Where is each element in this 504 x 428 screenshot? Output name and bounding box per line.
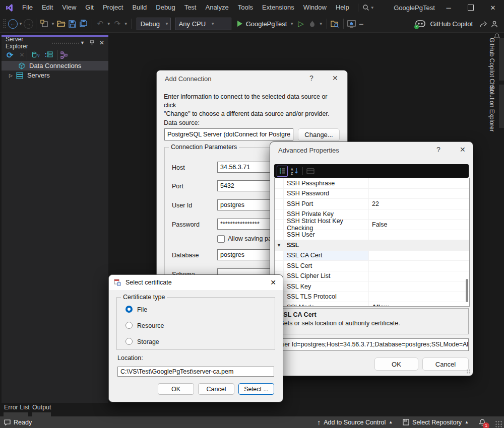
tab-output[interactable]: Output xyxy=(32,404,51,411)
property-row[interactable]: SSH User xyxy=(275,230,469,241)
menu-analyze[interactable]: Analyze xyxy=(201,0,233,15)
property-row[interactable]: SSH Port22 xyxy=(275,199,469,209)
menu-build[interactable]: Build xyxy=(128,0,151,15)
ok-button[interactable]: OK xyxy=(374,358,418,371)
radio-resource-label[interactable]: Resource xyxy=(137,322,164,329)
ok-button[interactable]: OK xyxy=(158,383,194,395)
search-dropdown-caret[interactable]: ▼ xyxy=(369,6,375,10)
start-debug-icon[interactable] xyxy=(237,21,242,27)
solution-platform-dropdown[interactable]: Any CPU▼ xyxy=(175,18,231,30)
toolbar-drag-grip[interactable] xyxy=(3,19,6,29)
property-row[interactable]: SSH Strict Host Key CheckingFalse xyxy=(275,220,469,230)
profiler-caret[interactable]: ▼ xyxy=(318,22,324,26)
tab-github-copilot-chat[interactable]: GitHub Copilot Chat xyxy=(488,38,495,92)
panel-close-icon[interactable]: ✕ xyxy=(99,39,104,46)
connect-to-server-icon[interactable] xyxy=(44,51,53,59)
select-repository-button[interactable]: Select Repository ▲ xyxy=(403,419,469,426)
menu-git[interactable]: Git xyxy=(81,0,98,15)
profiler-icon[interactable] xyxy=(307,18,318,30)
start-without-debug-icon[interactable]: ▷ xyxy=(298,19,304,28)
menu-project[interactable]: Project xyxy=(98,0,128,15)
github-copilot-icon[interactable]: ✓ xyxy=(415,20,425,28)
undo-caret[interactable]: ▼ xyxy=(106,22,112,26)
resize-grip[interactable] xyxy=(466,369,471,374)
property-row[interactable]: SSL Cert xyxy=(275,261,469,271)
property-row[interactable]: SSL Key xyxy=(275,281,469,292)
tab-error-list[interactable]: Error List xyxy=(4,404,30,411)
grid-scrollbar-thumb[interactable] xyxy=(466,279,468,302)
menu-edit[interactable]: Edit xyxy=(37,0,57,15)
radio-file-label[interactable]: File xyxy=(137,306,147,313)
cancel-button[interactable]: Cancel xyxy=(422,358,469,371)
navigate-forward-icon[interactable]: → xyxy=(24,19,33,29)
categorized-view-icon[interactable] xyxy=(277,166,288,177)
select-button[interactable]: Select ... xyxy=(238,383,274,395)
menu-help[interactable]: Help xyxy=(331,0,354,15)
solution-configuration-dropdown[interactable]: Debug▼ xyxy=(137,18,171,30)
undo-icon[interactable]: ↶ xyxy=(95,18,106,30)
new-project-icon[interactable] xyxy=(39,18,50,30)
panel-drag-dots[interactable] xyxy=(51,41,80,44)
tree-item-servers[interactable]: ▷ Servers xyxy=(2,70,108,80)
alphabetical-sort-icon[interactable]: AZ xyxy=(291,167,299,175)
property-row[interactable]: SSLModeAllow xyxy=(275,302,469,307)
menu-window[interactable]: Window xyxy=(299,0,331,15)
location-field[interactable] xyxy=(117,367,274,377)
radio-resource[interactable] xyxy=(125,322,133,329)
window-resize-grip[interactable] xyxy=(495,420,502,427)
help-icon[interactable]: ? xyxy=(309,74,313,82)
save-icon[interactable] xyxy=(67,18,78,30)
startup-project-button[interactable]: GooglePgTest xyxy=(246,20,287,28)
startup-project-caret[interactable]: ▼ xyxy=(289,22,295,26)
expand-chevron-icon[interactable]: ▷ xyxy=(9,73,13,78)
allow-saving-password-checkbox[interactable] xyxy=(217,235,225,243)
redo-icon[interactable]: ↷ xyxy=(112,18,123,30)
menu-debug[interactable]: Debug xyxy=(151,0,179,15)
redo-caret[interactable]: ▼ xyxy=(123,22,129,26)
property-row[interactable]: SSL Cipher List xyxy=(275,271,469,282)
save-all-icon[interactable] xyxy=(78,18,89,30)
data-source-field[interactable] xyxy=(164,128,293,140)
help-icon[interactable]: ? xyxy=(436,146,440,154)
cancel-button[interactable]: Cancel xyxy=(198,383,234,395)
property-row[interactable]: SSH Passphrase xyxy=(275,178,469,189)
radio-file[interactable] xyxy=(125,306,133,313)
dialog-close-icon[interactable]: ✕ xyxy=(332,74,338,82)
menu-tools[interactable]: Tools xyxy=(233,0,258,15)
refresh-icon[interactable]: ⟳ xyxy=(7,50,13,60)
tab-solution-explorer[interactable]: Solution Explorer xyxy=(488,86,495,131)
property-row[interactable]: SSH Password xyxy=(275,189,469,199)
menu-view[interactable]: View xyxy=(57,0,81,15)
search-icon[interactable] xyxy=(362,4,369,11)
new-project-caret[interactable]: ▼ xyxy=(50,22,56,26)
add-to-source-control-button[interactable]: ↑ Add to Source Control ▲ xyxy=(317,419,393,426)
user-account-icon[interactable] xyxy=(489,18,500,30)
property-row-selected[interactable]: SSL CA Cert xyxy=(275,251,469,261)
dialog-close-icon[interactable]: ✕ xyxy=(270,278,276,287)
dialog-close-icon[interactable]: ✕ xyxy=(460,146,466,154)
view-hierarchy-icon[interactable] xyxy=(60,51,68,59)
menu-extensions[interactable]: Extensions xyxy=(258,0,299,15)
navigate-back-caret[interactable]: ▼ xyxy=(18,22,24,26)
connect-to-database-icon[interactable] xyxy=(32,51,40,59)
close-button[interactable]: ✕ xyxy=(482,0,504,15)
property-category-ssl[interactable]: ▼SSL xyxy=(275,240,469,251)
property-row[interactable]: SSL TLS Protocol xyxy=(275,292,469,303)
share-icon[interactable] xyxy=(478,18,489,30)
notifications-button[interactable]: 1 xyxy=(479,419,486,426)
navigate-back-icon[interactable]: ← xyxy=(8,19,18,29)
menu-test[interactable]: Test xyxy=(180,0,201,15)
maximize-button[interactable] xyxy=(460,0,482,15)
pin-icon[interactable] xyxy=(90,40,94,46)
open-folder-icon[interactable] xyxy=(56,18,67,30)
web-browser-icon[interactable] xyxy=(346,18,357,30)
github-copilot-label[interactable]: GitHub Copilot xyxy=(430,20,473,28)
menu-file[interactable]: File xyxy=(18,0,37,15)
browser-list-caret[interactable]: ▬ xyxy=(358,22,364,26)
panel-menu-caret-icon[interactable]: ▼ xyxy=(80,40,85,45)
connection-string-field[interactable]: User Id=postgres;Host=34.56.3.71;Databas… xyxy=(274,338,469,351)
radio-storage-label[interactable]: Storage xyxy=(137,338,159,345)
tree-item-data-connections[interactable]: Data Connections xyxy=(2,61,108,70)
change-button[interactable]: Change... xyxy=(298,128,340,141)
radio-storage[interactable] xyxy=(125,338,133,345)
